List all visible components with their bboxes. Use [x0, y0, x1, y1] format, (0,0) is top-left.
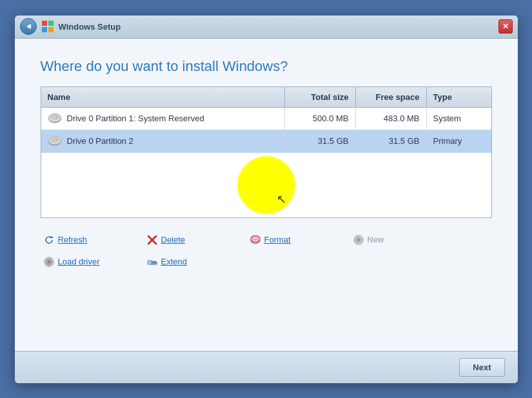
windows-icon — [42, 21, 54, 32]
back-button[interactable] — [20, 18, 37, 35]
svg-rect-3 — [42, 27, 47, 32]
delete-icon — [146, 234, 158, 246]
format-button[interactable]: Format — [247, 232, 350, 248]
partition-table: Name Total size Free space Type D — [41, 86, 492, 218]
svg-point-24 — [48, 261, 50, 263]
extend-icon — [146, 256, 158, 268]
title-bar-left: Windows Setup — [20, 18, 498, 35]
cursor-arrow: ↖ — [277, 192, 286, 206]
action-row-1: Refresh Delete Fo — [41, 232, 492, 248]
next-button[interactable]: Next — [459, 358, 504, 377]
refresh-button[interactable]: Refresh — [41, 232, 144, 248]
refresh-icon — [43, 234, 55, 246]
table-row[interactable]: Drive 0 Partition 2 31.5 GB 31.5 GB Prim… — [41, 130, 491, 153]
partition-total-size: 500.0 MB — [285, 108, 356, 128]
close-button[interactable]: ✕ — [498, 19, 513, 34]
cursor-circle — [237, 156, 295, 214]
svg-rect-1 — [42, 21, 47, 26]
drive-icon — [48, 135, 62, 147]
col-header-free-space: Free space — [356, 87, 427, 107]
windows-setup-window: Windows Setup ✕ Where do you want to ins… — [15, 15, 518, 383]
drive-icon — [48, 113, 62, 124]
col-header-total-size: Total size — [285, 87, 356, 107]
col-header-name: Name — [41, 87, 285, 107]
load-driver-button[interactable]: Load driver — [41, 254, 144, 270]
cursor-highlight: ↖ — [237, 156, 295, 214]
svg-point-12 — [55, 139, 57, 140]
svg-point-11 — [50, 137, 59, 141]
partition-free-space: 483.0 MB — [356, 108, 427, 128]
extend-button[interactable]: Extend — [144, 254, 247, 270]
main-content: Where do you want to install Windows? Na… — [15, 39, 518, 351]
partition-total-size: 31.5 GB — [285, 131, 356, 151]
action-row-2: Load driver Extend — [41, 254, 492, 270]
svg-rect-4 — [48, 27, 54, 32]
format-icon — [250, 234, 261, 246]
svg-rect-2 — [48, 21, 54, 26]
window-title: Windows Setup — [59, 22, 121, 32]
partition-free-space: 31.5 GB — [356, 131, 427, 151]
load-driver-icon — [43, 256, 55, 268]
partition-name-cell: Drive 0 Partition 1: System Reserved — [41, 108, 285, 130]
new-button[interactable]: New — [350, 232, 453, 248]
page-title: Where do you want to install Windows? — [41, 58, 492, 75]
title-bar: Windows Setup ✕ — [15, 15, 518, 39]
delete-button[interactable]: Delete — [144, 232, 247, 248]
table-header: Name Total size Free space Type — [41, 87, 491, 108]
partition-table-area: Name Total size Free space Type D — [41, 86, 492, 218]
svg-marker-0 — [26, 24, 31, 29]
new-icon — [353, 234, 364, 246]
col-header-type: Type — [427, 87, 491, 107]
action-buttons: Refresh Delete Fo — [41, 232, 492, 270]
partition-type: Primary — [427, 131, 491, 151]
partition-type: System — [427, 108, 491, 128]
partition-name-cell: Drive 0 Partition 2 — [41, 130, 285, 152]
svg-point-7 — [50, 114, 59, 119]
svg-point-8 — [55, 116, 57, 117]
bottom-bar: Next — [15, 351, 518, 383]
table-row[interactable]: Drive 0 Partition 1: System Reserved 500… — [41, 108, 491, 130]
table-empty-space: ↖ — [41, 153, 491, 217]
svg-point-18 — [252, 236, 259, 240]
